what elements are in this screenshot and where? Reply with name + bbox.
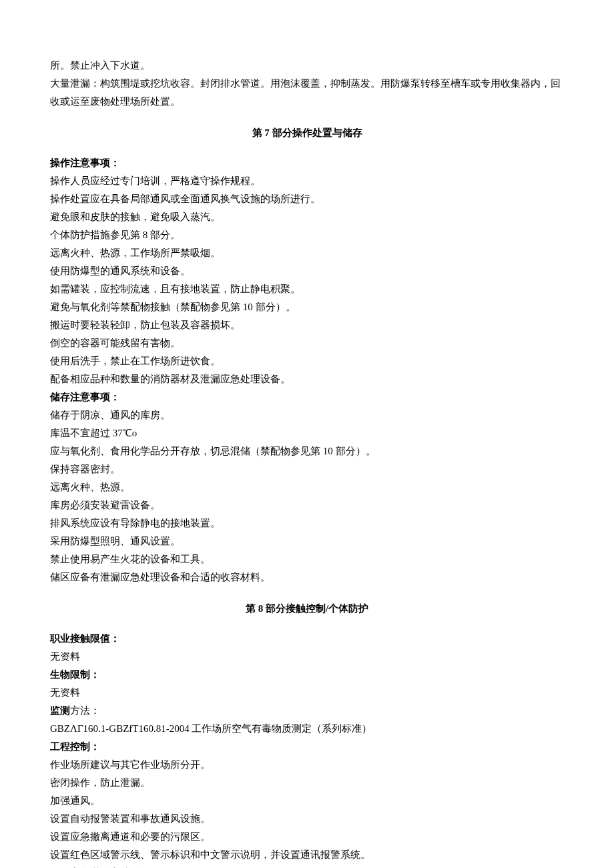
store-item: 保持容器密封。 [50,460,564,478]
store-item: 应与氧化剂、食用化学品分开存放，切忌混储（禁配物参见第 10 部分）。 [50,442,564,460]
eng-item: 设置红色区域警示线、警示标识和中文警示说明，并设置通讯报警系统。 [50,846,564,864]
store-item: 库温不宜超过 37℃o [50,424,564,442]
ops-item: 配备相应品种和数量的消防器材及泄漏应急处理设备。 [50,370,564,388]
monitor-label-suffix: 方法： [70,705,100,716]
ops-item: 如需罐装，应控制流速，且有接地装置，防止静电积聚。 [50,280,564,298]
bio-value: 无资料 [50,684,564,702]
ops-item: 使用后洗手，禁止在工作场所进饮食。 [50,352,564,370]
ops-item: 使用防爆型的通风系统和设备。 [50,262,564,280]
store-item: 排风系统应设有导除静电的接地装置。 [50,514,564,532]
ops-item: 避免与氧化剂等禁配物接触（禁配物参见第 10 部分）。 [50,298,564,316]
ops-item: 个体防护措施参见第 8 部分。 [50,226,564,244]
store-item: 库房必须安装避雷设备。 [50,496,564,514]
bio-label: 生物限制： [50,666,564,684]
ops-item: 搬运时要轻装轻卸，防止包装及容器损坏。 [50,316,564,334]
store-item: 禁止使用易产生火花的设备和工具。 [50,550,564,568]
intro-line-2: 大量泄漏：构筑围堤或挖坑收容。封闭排水管道。用泡沫覆盖，抑制蒸发。用防爆泵转移至… [50,75,564,111]
store-label: 储存注意事项： [50,388,564,406]
ops-label: 操作注意事项： [50,154,564,172]
eng-item: 设置自动报警装置和事故通风设施。 [50,810,564,828]
ops-item: 操作处置应在具备局部通风或全面通风换气设施的场所进行。 [50,190,564,208]
monitor-label-prefix: 监测 [50,705,70,716]
ops-item: 避免眼和皮肤的接触，避免吸入蒸汽。 [50,208,564,226]
store-item: 采用防爆型照明、通风设置。 [50,532,564,550]
section-7-heading: 第 7 部分操作处置与储存 [50,124,564,142]
eng-item: 加强通风。 [50,792,564,810]
eng-item: 作业场所建议与其它作业场所分开。 [50,756,564,774]
eng-item: 提供安全淋浴和洗眼设备。 [50,864,564,868]
ops-item: 倒空的容器可能残留有害物。 [50,334,564,352]
eng-label: 工程控制： [50,738,564,756]
store-item: 储区应备有泄漏应急处理设备和合适的收容材料。 [50,568,564,586]
ops-item: 远离火种、热源，工作场所严禁吸烟。 [50,244,564,262]
store-item: 远离火种、热源。 [50,478,564,496]
eng-item: 密闭操作，防止泄漏。 [50,774,564,792]
eng-item: 设置应急撤离通道和必要的污限区。 [50,828,564,846]
section-8-heading: 第 8 部分接触控制/个体防护 [50,600,564,618]
occ-label: 职业接触限值： [50,630,564,648]
intro-line-1: 所。禁止冲入下水道。 [50,57,564,75]
ops-item: 操作人员应经过专门培训，严格遵守操作规程。 [50,172,564,190]
monitor-value: GBZΛΓ160.1-GBZfT160.81-2004 工作场所空气有毒物质测定… [50,720,564,738]
occ-value: 无资料 [50,648,564,666]
store-item: 储存于阴凉、通风的库房。 [50,406,564,424]
monitor-label: 监测方法： [50,702,564,720]
